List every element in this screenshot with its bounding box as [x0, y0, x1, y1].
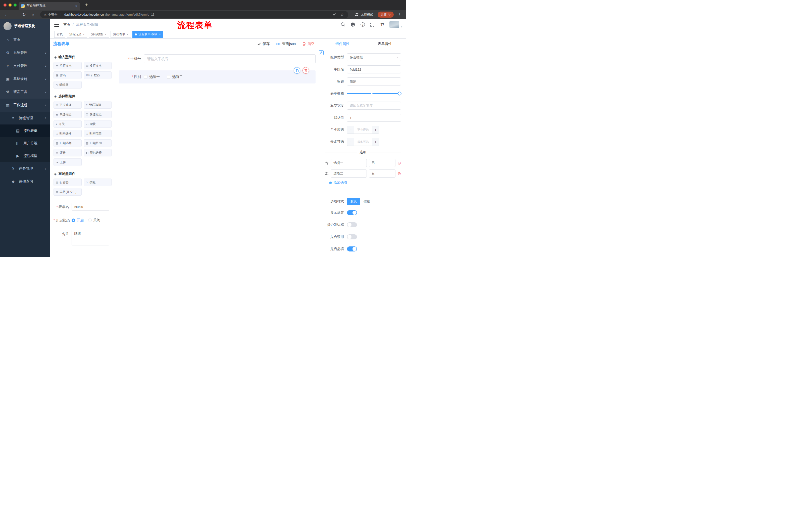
update-button[interactable]: 更新 ↻ [378, 11, 394, 18]
canvas-field-phone[interactable]: 手机号 [119, 54, 316, 63]
tab-form-props[interactable]: 表单属性 [364, 39, 406, 49]
sidebar-item-system[interactable]: ⚙ 系统管理 ∨ [0, 46, 50, 59]
palette-item-rating[interactable]: ☆评分 [54, 149, 82, 156]
style-default-button[interactable]: 默认 [347, 198, 360, 205]
new-tab-button[interactable]: + [83, 2, 90, 7]
save-button[interactable]: 保存 [257, 42, 269, 46]
canvas-field-gender-selected[interactable]: 性别 选项一 选项二 [119, 71, 316, 83]
status-on-radio[interactable]: 开启 [71, 218, 84, 222]
form-remark-textarea[interactable]: 嘿嘿 [71, 230, 109, 245]
tag-process-model[interactable]: 流程模型 × [89, 31, 109, 38]
palette-item-multi-text[interactable]: ▤多行文本 [84, 62, 112, 70]
palette-item-single-text[interactable]: ▭单行文本 [54, 62, 82, 70]
minimize-window-button[interactable] [8, 3, 11, 6]
avatar[interactable] [389, 21, 399, 28]
option-1-value-input[interactable] [369, 159, 396, 167]
font-size-icon[interactable]: TT [380, 22, 385, 27]
reload-icon[interactable]: ↻ [21, 11, 28, 18]
forward-icon[interactable]: → [12, 11, 19, 18]
palette-item-editor[interactable]: ✎编辑器 [54, 81, 82, 88]
palette-item-cascader[interactable]: ⊻级联选择 [84, 101, 112, 109]
min-select-value[interactable]: 至少应选 [354, 126, 372, 134]
home-icon[interactable]: ⌂ [29, 11, 36, 18]
palette-item-color-picker[interactable]: ◧颜色选择 [84, 149, 112, 156]
required-toggle[interactable] [347, 246, 357, 251]
sidebar-item-process-model[interactable]: ▶ 流程模型 [0, 150, 50, 162]
palette-item-row-container[interactable]: ▥行容器 [54, 179, 82, 186]
sidebar-item-workflow[interactable]: ▦ 工作流程 ∧ [0, 99, 50, 112]
github-icon[interactable] [350, 22, 355, 27]
drag-handle-icon[interactable] [325, 161, 329, 165]
palette-item-checkbox-group[interactable]: ☑多选框组 [84, 111, 112, 118]
help-icon[interactable]: ? [360, 22, 365, 27]
remove-option-icon[interactable]: ⊖ [398, 171, 401, 176]
palette-item-time-picker[interactable]: ◷时间选择 [54, 130, 82, 137]
bookmark-star-icon[interactable]: ☆ [340, 12, 345, 17]
palette-item-radio-group[interactable]: ◉单选框组 [54, 111, 82, 118]
show-label-toggle[interactable] [347, 210, 357, 215]
border-toggle[interactable] [347, 222, 357, 227]
browser-menu-icon[interactable]: ⋮ [398, 12, 402, 17]
sidebar-item-process-mgmt[interactable]: ≡ 流程管理 ∧ [0, 112, 50, 125]
palette-item-date-range[interactable]: ▦日期范围 [84, 139, 112, 147]
plus-button[interactable]: + [372, 138, 379, 145]
zoom-window-button[interactable] [13, 3, 17, 6]
delete-field-button[interactable] [302, 67, 309, 74]
sidebar-item-process-form[interactable]: ▤ 流程表单 [0, 125, 50, 137]
option-1-name-input[interactable] [330, 159, 367, 167]
label-width-input[interactable] [347, 102, 401, 110]
security-label[interactable]: 不安全 [48, 12, 58, 17]
minus-button[interactable]: − [347, 126, 354, 134]
palette-item-time-range[interactable]: ◴时间范围 [84, 130, 112, 137]
view-json-button[interactable]: 查看json [276, 42, 296, 46]
field-name-input[interactable] [347, 65, 401, 74]
sidebar-item-infra[interactable]: ▣ 基础设施 ∨ [0, 73, 50, 85]
palette-item-date-picker[interactable]: ▦日期选择 [54, 139, 82, 147]
sidebar-item-payment[interactable]: ¥ 支付管理 ∨ [0, 59, 50, 73]
option-2-value-input[interactable] [369, 169, 396, 178]
option-2-name-input[interactable] [330, 169, 367, 178]
form-name-input[interactable] [71, 203, 109, 211]
gender-option-2-checkbox[interactable]: 选项二 [167, 75, 183, 79]
breadcrumb-home[interactable]: 首页 [63, 22, 70, 27]
browser-tab[interactable]: 芋道管理系统 × [19, 2, 80, 10]
palette-item-table[interactable]: ▦表格[开发中] [54, 188, 82, 196]
sidebar-item-home[interactable]: ⌂ 首页 [0, 33, 50, 46]
tab-close-icon[interactable]: × [76, 4, 77, 8]
close-window-button[interactable] [3, 3, 6, 6]
disabled-toggle[interactable] [347, 234, 357, 239]
sidebar-item-devtools[interactable]: ⚒ 研发工具 ∨ [0, 85, 50, 99]
palette-item-slider[interactable]: ⊷滑块 [84, 120, 112, 128]
palette-item-dropdown[interactable]: ◎下拉选择 [54, 101, 82, 109]
back-icon[interactable]: ← [3, 11, 10, 18]
sidebar-item-user-group[interactable]: ◫ 用户分组 [0, 137, 50, 150]
tag-close-icon[interactable]: × [159, 33, 161, 36]
minus-button[interactable]: − [347, 138, 354, 145]
tag-process-definition[interactable]: 流程定义 × [67, 31, 87, 38]
address-bar[interactable]: ⚠ 不安全 | dashboard.yudao.iocoder.cn/bpm/m… [40, 11, 348, 18]
tag-process-form[interactable]: 流程表单 × [111, 31, 131, 38]
gender-option-1-checkbox[interactable]: 选项一 [144, 75, 160, 79]
clear-button[interactable]: 清空 [302, 42, 315, 46]
style-button-button[interactable]: 按钮 [360, 198, 373, 205]
link-icon[interactable] [319, 50, 324, 55]
plus-button[interactable]: + [372, 126, 379, 134]
drag-handle-icon[interactable] [325, 172, 329, 175]
tag-home[interactable]: 首页 [54, 31, 65, 38]
add-option-button[interactable]: ⊕ 添加选项 [329, 181, 401, 185]
palette-item-counter[interactable]: 123计数器 [84, 72, 112, 79]
sidebar-item-task-mgmt[interactable]: ⊻ 任务管理 ∨ [0, 162, 50, 175]
grid-slider[interactable] [347, 89, 401, 98]
remove-option-icon[interactable]: ⊖ [398, 161, 401, 165]
checkbox-box[interactable] [144, 75, 147, 79]
slider-track[interactable] [347, 93, 401, 94]
phone-input[interactable] [144, 54, 316, 63]
tag-close-icon[interactable]: × [83, 33, 85, 36]
palette-item-password[interactable]: ▣密码 [54, 72, 82, 79]
default-value-input[interactable] [347, 114, 401, 122]
fullscreen-icon[interactable] [370, 22, 375, 27]
tag-close-icon[interactable]: × [105, 33, 107, 36]
component-type-select[interactable]: 多选框组 ∨ [347, 53, 401, 61]
sidebar-item-leave-query[interactable]: ☻ 请假查询 [0, 175, 50, 188]
search-icon[interactable] [341, 22, 345, 27]
